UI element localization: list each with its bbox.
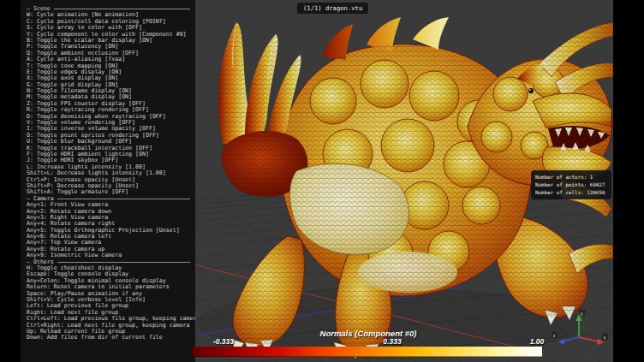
scalar-bar-label-max: 1.00: [530, 337, 545, 346]
scalar-bar-gradient: [193, 347, 542, 357]
metadata-points: Number of points: 69827: [535, 181, 607, 189]
z-axis-label: z: [553, 333, 556, 338]
x-axis-label: x: [604, 335, 606, 340]
scalar-bar-label-min: -0.333: [213, 337, 234, 346]
metadata-box: Number of actors: 1 Number of points: 69…: [531, 170, 611, 199]
scalar-bar-label-mid: 0.333: [383, 337, 401, 346]
f3d-window: y x z — SceneW: Cycle animation [No anim…: [21, 0, 613, 362]
metadata-actors: Number of actors: 1: [535, 174, 607, 181]
filename-badge: (1/1) dragon.vtu: [297, 3, 368, 14]
cheatsheet-line: Down: Add files from dir of current file: [27, 335, 191, 341]
y-axis-label: y: [581, 311, 583, 317]
cheatsheet: — SceneW: Cycle animation [No animation]…: [21, 0, 195, 362]
metadata-cells: Number of cells: 139650: [535, 189, 607, 197]
filename-badge-text: (1/1) dragon.vtu: [303, 4, 362, 12]
screen: y x z — SceneW: Cycle animation [No anim…: [0, 0, 644, 362]
scalar-bar-title: Normals (Component #0): [320, 329, 417, 338]
